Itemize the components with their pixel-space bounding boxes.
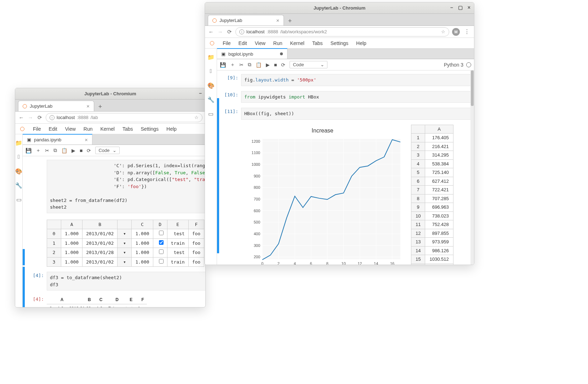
save-icon[interactable]: 💾	[25, 148, 32, 153]
notebook-title: pandas.ipynb	[34, 137, 61, 142]
site-info-icon[interactable]: i	[239, 29, 244, 34]
menu-settings[interactable]: Settings	[137, 125, 162, 133]
notebook-content[interactable]: 'C': pd.Series(1, index=list(range(4)), …	[23, 156, 206, 307]
cut-icon[interactable]: ✂	[239, 62, 244, 68]
celltype-select[interactable]: Code⌄	[95, 147, 119, 154]
palette-icon[interactable]: 🎨	[207, 82, 215, 89]
wrench-icon[interactable]: 🔧	[207, 96, 215, 103]
insert-icon[interactable]: ＋	[36, 147, 41, 154]
star-icon[interactable]: ☆	[441, 29, 445, 34]
menu-run[interactable]: Run	[270, 39, 286, 47]
wrench-icon[interactable]: 🔧	[15, 182, 22, 189]
menu-dots-icon[interactable]: ⋮	[463, 28, 471, 35]
svg-text:10: 10	[341, 261, 346, 265]
address-bar[interactable]: i localhost:8888/lab/workspaces/work2 ☆	[235, 27, 449, 36]
svg-text:12: 12	[358, 261, 362, 265]
insert-icon[interactable]: ＋	[230, 62, 235, 68]
menu-tabs[interactable]: Tabs	[309, 39, 326, 47]
reload-icon[interactable]: ⟳	[226, 29, 233, 35]
menu-settings[interactable]: Settings	[327, 39, 352, 47]
code-body[interactable]: df3 = to_dataframe(sheet2) df3	[47, 272, 206, 290]
activity-sidebar: 📁 𖣳 🎨 🔧 ▭	[205, 49, 217, 265]
jupyter-logo[interactable]	[18, 127, 27, 131]
paste-icon[interactable]: 📋	[61, 148, 67, 153]
tabs-icon[interactable]: ▭	[15, 196, 22, 203]
palette-icon[interactable]: 🎨	[15, 168, 22, 175]
menu-tabs[interactable]: Tabs	[119, 125, 137, 133]
code-body[interactable]: from ipywidgets import HBox	[241, 91, 471, 103]
svg-text:800: 800	[254, 185, 260, 190]
profile-avatar[interactable]: M	[452, 28, 460, 36]
menu-file[interactable]: File	[219, 39, 234, 47]
code-cell: [11]: HBox((fig, sheet))	[217, 106, 474, 121]
browser-tab[interactable]: JupyterLab ×	[18, 101, 94, 111]
copy-icon[interactable]: ⧉	[248, 62, 251, 68]
jupyter-logo[interactable]	[208, 41, 216, 45]
browser-tab-label: JupyterLab	[30, 103, 52, 109]
maximize-icon[interactable]: ▢	[458, 5, 463, 10]
minimize-icon[interactable]: –	[199, 90, 202, 96]
menu-run[interactable]: Run	[80, 125, 96, 133]
copy-icon[interactable]: ⧉	[53, 147, 57, 153]
menu-view[interactable]: View	[62, 125, 79, 133]
notebook-tab[interactable]: ▣ pandas.ipynb ×	[23, 134, 92, 145]
code-body[interactable]: 'C': pd.Series(1, index=list(range(4)), …	[47, 160, 206, 213]
site-info-icon[interactable]: i	[50, 115, 55, 120]
celltype-select[interactable]: Code⌄	[290, 61, 327, 68]
forward-icon[interactable]: →	[217, 29, 223, 35]
reload-icon[interactable]: ⟳	[36, 114, 43, 121]
cell-marker	[23, 249, 25, 265]
menu-help[interactable]: Help	[353, 39, 370, 47]
menu-edit[interactable]: Edit	[235, 39, 251, 47]
run-icon[interactable]: ▶	[266, 62, 270, 68]
restart-icon[interactable]: ⟳	[281, 62, 285, 68]
stop-icon[interactable]: ■	[80, 148, 82, 153]
menu-edit[interactable]: Edit	[45, 125, 61, 133]
svg-text:0: 0	[261, 261, 263, 265]
menu-help[interactable]: Help	[163, 125, 180, 133]
code-body[interactable]: HBox((fig, sheet))	[241, 108, 471, 120]
minimize-icon[interactable]: –	[450, 5, 453, 10]
save-icon[interactable]: 💾	[220, 62, 226, 68]
spreadsheet-sheet2[interactable]: ABCDEF01.0002013/01/02▾1.000testfoo11.00…	[47, 220, 204, 267]
increase-chart[interactable]: Increase20030040050060070080090010001100…	[241, 125, 404, 265]
paste-icon[interactable]: 📋	[256, 62, 262, 68]
close-icon[interactable]: ×	[276, 17, 279, 23]
back-icon[interactable]: ←	[208, 29, 214, 35]
jupyterlab-body: 📁 𖣳 🎨 🔧 ▭ ▣ bqplot.ipynb 💾 ＋	[205, 49, 474, 265]
menu-view[interactable]: View	[251, 39, 269, 47]
notebook-tab[interactable]: ▣ bqplot.ipynb	[217, 48, 287, 59]
menu-kernel[interactable]: Kernel	[97, 125, 118, 133]
close-icon[interactable]: ×	[468, 5, 470, 10]
restart-icon[interactable]: ⟳	[87, 148, 91, 153]
close-icon[interactable]: ×	[86, 103, 90, 109]
address-row: ← → ⟳ i localhost:8888/lab ☆	[15, 112, 205, 124]
new-tab-button[interactable]: +	[285, 16, 295, 26]
running-icon[interactable]: 𖣳	[15, 153, 22, 160]
menu-kernel[interactable]: Kernel	[286, 39, 308, 47]
address-bar[interactable]: i localhost:8888/lab ☆	[46, 113, 202, 122]
prompt-in: [10]:	[220, 91, 241, 103]
stop-icon[interactable]: ■	[274, 62, 277, 68]
spreadsheet-a[interactable]: A1176.4052216.4213314.2954538.3845725.14…	[411, 125, 453, 265]
back-icon[interactable]: ←	[18, 114, 24, 120]
star-icon[interactable]: ☆	[194, 115, 199, 120]
folder-icon[interactable]: 📁	[207, 53, 215, 61]
notebook-content[interactable]: [9]: fig.layout.width = '500px' [10]: fr…	[217, 70, 474, 265]
cell-marker	[217, 98, 219, 253]
run-icon[interactable]: ▶	[72, 148, 75, 153]
new-tab-button[interactable]: +	[96, 102, 105, 111]
running-icon[interactable]: 𖣳	[207, 68, 215, 75]
notebook-icon: ▣	[221, 51, 226, 57]
tabs-icon[interactable]: ▭	[207, 110, 215, 117]
scrollbar-vertical[interactable]	[470, 70, 474, 265]
cut-icon[interactable]: ✂	[45, 148, 49, 153]
close-icon[interactable]: ×	[85, 137, 88, 143]
prompt-in: [9]:	[220, 74, 241, 86]
forward-icon[interactable]: →	[27, 114, 34, 120]
code-body[interactable]: fig.layout.width = '500px'	[241, 74, 471, 86]
browser-tab[interactable]: JupyterLab ×	[208, 15, 284, 26]
folder-icon[interactable]: 📁	[15, 139, 22, 146]
menu-file[interactable]: File	[29, 125, 45, 133]
svg-text:Increase: Increase	[312, 128, 333, 134]
